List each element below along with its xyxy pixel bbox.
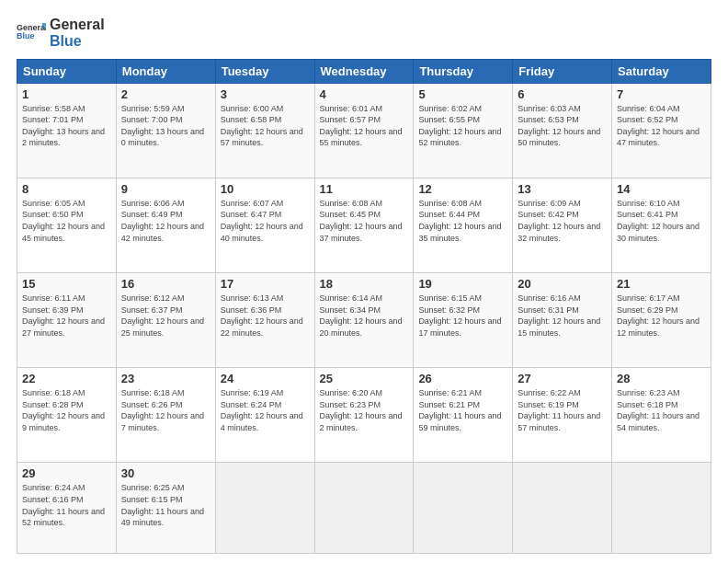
col-tuesday: Tuesday bbox=[215, 59, 314, 83]
table-row bbox=[414, 463, 513, 554]
logo-blue: Blue bbox=[50, 33, 105, 50]
table-row bbox=[314, 463, 414, 554]
table-row: 22 Sunrise: 6:18 AMSunset: 6:28 PMDaylig… bbox=[17, 368, 117, 463]
table-row: 26 Sunrise: 6:21 AMSunset: 6:21 PMDaylig… bbox=[414, 368, 513, 463]
table-row bbox=[612, 463, 711, 554]
col-saturday: Saturday bbox=[612, 59, 711, 83]
table-row: 2 Sunrise: 5:59 AMSunset: 7:00 PMDayligh… bbox=[116, 83, 215, 178]
logo-general: General bbox=[50, 17, 105, 32]
calendar-table: Sunday Monday Tuesday Wednesday Thursday… bbox=[17, 59, 711, 554]
table-row: 28 Sunrise: 6:23 AMSunset: 6:18 PMDaylig… bbox=[612, 368, 711, 463]
table-row bbox=[215, 463, 314, 554]
table-row: 4 Sunrise: 6:01 AMSunset: 6:57 PMDayligh… bbox=[314, 83, 414, 178]
table-row: 6 Sunrise: 6:03 AMSunset: 6:53 PMDayligh… bbox=[513, 83, 612, 178]
calendar-header-row: Sunday Monday Tuesday Wednesday Thursday… bbox=[17, 59, 711, 83]
table-row: 24 Sunrise: 6:19 AMSunset: 6:24 PMDaylig… bbox=[215, 368, 314, 463]
table-row: 12 Sunrise: 6:08 AMSunset: 6:44 PMDaylig… bbox=[414, 178, 513, 272]
logo: General Blue General Blue bbox=[17, 17, 105, 50]
col-sunday: Sunday bbox=[17, 59, 117, 83]
table-row: 13 Sunrise: 6:09 AMSunset: 6:42 PMDaylig… bbox=[513, 178, 612, 272]
table-row: 11 Sunrise: 6:08 AMSunset: 6:45 PMDaylig… bbox=[314, 178, 414, 272]
table-row: 27 Sunrise: 6:22 AMSunset: 6:19 PMDaylig… bbox=[513, 368, 612, 463]
table-row: 9 Sunrise: 6:06 AMSunset: 6:49 PMDayligh… bbox=[116, 178, 215, 272]
table-row: 18 Sunrise: 6:14 AMSunset: 6:34 PMDaylig… bbox=[314, 273, 414, 368]
table-row: 29 Sunrise: 6:24 AMSunset: 6:16 PMDaylig… bbox=[17, 463, 117, 554]
svg-text:Blue: Blue bbox=[17, 31, 34, 40]
table-row: 23 Sunrise: 6:18 AMSunset: 6:26 PMDaylig… bbox=[116, 368, 215, 463]
table-row: 17 Sunrise: 6:13 AMSunset: 6:36 PMDaylig… bbox=[215, 273, 314, 368]
table-row: 30 Sunrise: 6:25 AMSunset: 6:15 PMDaylig… bbox=[116, 463, 215, 554]
table-row: 5 Sunrise: 6:02 AMSunset: 6:55 PMDayligh… bbox=[414, 83, 513, 178]
logo-icon: General Blue bbox=[17, 18, 46, 48]
table-row: 20 Sunrise: 6:16 AMSunset: 6:31 PMDaylig… bbox=[513, 273, 612, 368]
page-header: General Blue General Blue bbox=[17, 17, 711, 50]
table-row: 16 Sunrise: 6:12 AMSunset: 6:37 PMDaylig… bbox=[116, 273, 215, 368]
table-row: 19 Sunrise: 6:15 AMSunset: 6:32 PMDaylig… bbox=[414, 273, 513, 368]
table-row: 21 Sunrise: 6:17 AMSunset: 6:29 PMDaylig… bbox=[612, 273, 711, 368]
table-row: 25 Sunrise: 6:20 AMSunset: 6:23 PMDaylig… bbox=[314, 368, 414, 463]
table-row bbox=[513, 463, 612, 554]
col-thursday: Thursday bbox=[414, 59, 513, 83]
col-friday: Friday bbox=[513, 59, 612, 83]
table-row: 14 Sunrise: 6:10 AMSunset: 6:41 PMDaylig… bbox=[612, 178, 711, 272]
table-row: 10 Sunrise: 6:07 AMSunset: 6:47 PMDaylig… bbox=[215, 178, 314, 272]
calendar: Sunday Monday Tuesday Wednesday Thursday… bbox=[17, 59, 711, 554]
table-row: 15 Sunrise: 6:11 AMSunset: 6:39 PMDaylig… bbox=[17, 273, 117, 368]
col-wednesday: Wednesday bbox=[314, 59, 414, 83]
table-row: 8 Sunrise: 6:05 AMSunset: 6:50 PMDayligh… bbox=[17, 178, 117, 272]
table-row: 7 Sunrise: 6:04 AMSunset: 6:52 PMDayligh… bbox=[612, 83, 711, 178]
table-row: 1 Sunrise: 5:58 AMSunset: 7:01 PMDayligh… bbox=[17, 83, 117, 178]
table-row: 3 Sunrise: 6:00 AMSunset: 6:58 PMDayligh… bbox=[215, 83, 314, 178]
col-monday: Monday bbox=[116, 59, 215, 83]
